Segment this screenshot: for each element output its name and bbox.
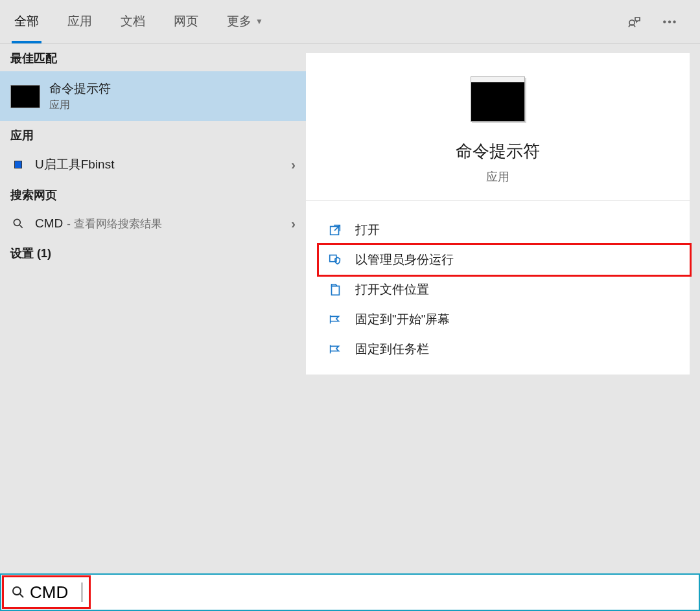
action-open[interactable]: 打开 — [319, 215, 690, 245]
settings-heading: 设置 (1) — [0, 239, 306, 266]
apps-heading: 应用 — [0, 121, 306, 148]
action-pin-taskbar[interactable]: 固定到任务栏 — [319, 334, 690, 364]
chevron-right-icon: › — [291, 157, 296, 172]
shield-run-icon — [327, 251, 344, 268]
cmd-thumbnail-icon — [10, 85, 40, 108]
open-icon — [327, 222, 344, 238]
action-list: 打开 以管理员身份运行 打开文件位置 — [306, 201, 690, 364]
tab-all[interactable]: 全部 — [0, 0, 53, 43]
action-open-label: 打开 — [355, 222, 380, 238]
tab-more-label: 更多 — [227, 13, 251, 30]
svg-point-5 — [13, 587, 21, 595]
best-match-title: 命令提示符 — [49, 80, 111, 97]
best-match-subtitle: 应用 — [49, 98, 111, 112]
best-match-text: 命令提示符 应用 — [49, 80, 111, 112]
action-pin-taskbar-label: 固定到任务栏 — [355, 341, 429, 358]
chevron-right-icon: › — [291, 216, 296, 231]
action-run-as-admin[interactable]: 以管理员身份运行 — [319, 245, 690, 275]
results-list: 最佳匹配 命令提示符 应用 应用 U启工具Fbinst › 搜索网页 CMD -… — [0, 44, 306, 573]
cmd-large-icon — [471, 76, 525, 122]
search-content: 最佳匹配 命令提示符 应用 应用 U启工具Fbinst › 搜索网页 CMD -… — [0, 44, 700, 573]
search-icon — [10, 584, 26, 600]
text-caret — [82, 582, 82, 602]
web-result-row[interactable]: CMD - 查看网络搜索结果 › — [0, 208, 306, 239]
svg-point-1 — [14, 219, 20, 225]
pin-icon — [327, 311, 344, 328]
action-run-as-admin-label: 以管理员身份运行 — [355, 251, 454, 268]
detail-header: 命令提示符 应用 — [306, 53, 690, 201]
tab-docs[interactable]: 文档 — [106, 0, 159, 43]
app-result-label: U启工具Fbinst — [35, 156, 114, 173]
chevron-down-icon: ▼ — [255, 17, 263, 26]
search-box-highlight — [4, 577, 89, 607]
web-result-term: CMD — [35, 216, 63, 231]
pin-icon — [327, 341, 344, 358]
app-result-row[interactable]: U启工具Fbinst › — [0, 148, 306, 181]
best-match-item[interactable]: 命令提示符 应用 — [0, 71, 306, 121]
tab-apps[interactable]: 应用 — [53, 0, 106, 43]
detail-column: 命令提示符 应用 打开 以管理员身份运行 — [306, 44, 700, 573]
best-match-heading: 最佳匹配 — [0, 44, 306, 71]
search-bar[interactable] — [0, 573, 700, 611]
web-result-hint: - 查看网络搜索结果 — [67, 216, 161, 231]
action-open-location-label: 打开文件位置 — [355, 281, 429, 298]
tab-web[interactable]: 网页 — [159, 0, 213, 43]
action-open-location[interactable]: 打开文件位置 — [319, 275, 690, 305]
search-icon — [10, 216, 26, 231]
svg-rect-4 — [332, 286, 340, 295]
action-pin-start[interactable]: 固定到"开始"屏幕 — [319, 305, 690, 334]
feedback-icon[interactable] — [625, 13, 643, 31]
search-input[interactable] — [30, 582, 82, 603]
detail-panel: 命令提示符 应用 打开 以管理员身份运行 — [306, 53, 690, 375]
detail-title: 命令提示符 — [456, 140, 540, 163]
detail-subtitle: 应用 — [486, 169, 509, 185]
folder-icon — [327, 281, 344, 298]
app-icon — [10, 157, 26, 172]
top-actions: ••• — [625, 13, 692, 31]
tab-group: 全部 应用 文档 网页 更多 ▼ — [0, 0, 277, 43]
more-options-icon[interactable]: ••• — [661, 13, 679, 31]
search-tabs: 全部 应用 文档 网页 更多 ▼ ••• — [0, 0, 700, 44]
web-heading: 搜索网页 — [0, 181, 306, 208]
action-pin-start-label: 固定到"开始"屏幕 — [355, 311, 450, 328]
tab-more[interactable]: 更多 ▼ — [213, 0, 277, 43]
